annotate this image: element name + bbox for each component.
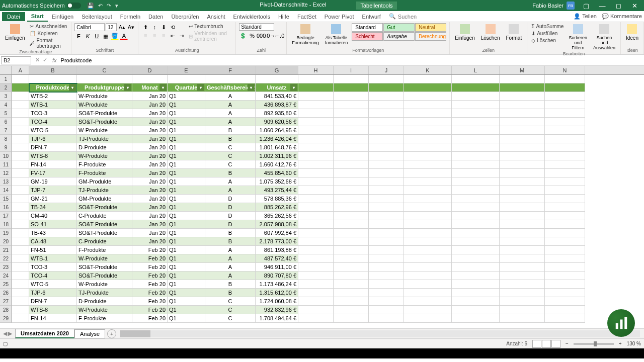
table-cell[interactable]: 493.275,44 € — [256, 186, 298, 195]
row-header[interactable]: 13 — [0, 177, 12, 186]
table-cell[interactable]: 1.236.426,04 € — [256, 135, 298, 143]
table-cell[interactable]: Q1 — [168, 220, 205, 229]
tab-help[interactable]: Hilfe — [274, 12, 293, 21]
autosum-button[interactable]: Σ AutoSumme — [530, 23, 565, 30]
merge-button[interactable]: ⊟ Verbinden und zentrieren — [188, 30, 232, 42]
table-cell[interactable]: D-Produkte — [77, 143, 132, 152]
table-cell[interactable]: A — [205, 186, 256, 195]
table-cell[interactable]: C — [205, 160, 256, 169]
align-top-icon[interactable]: ⬆ — [141, 23, 149, 31]
horizontal-scrollbar[interactable] — [120, 330, 640, 337]
table-cell[interactable]: D-Produkte — [77, 297, 132, 306]
clear-button[interactable]: ◇ Löschen — [530, 37, 565, 44]
row-header[interactable]: 1 — [0, 75, 12, 83]
maximize-icon[interactable]: ◻ — [611, 2, 626, 10]
tab-design[interactable]: Entwurf — [358, 12, 385, 21]
redo-icon[interactable]: ↷ — [107, 3, 111, 9]
col-header[interactable]: G — [256, 66, 298, 74]
table-cell[interactable]: Q1 — [168, 246, 205, 254]
table-cell[interactable]: Feb 20 — [132, 272, 168, 280]
table-cell[interactable]: TCO-3 — [29, 109, 77, 118]
delete-cells-button[interactable]: Löschen — [479, 23, 502, 42]
table-cell[interactable]: Q1 — [168, 272, 205, 280]
tab-start[interactable]: Start — [27, 12, 48, 22]
table-cell[interactable]: D — [205, 195, 256, 203]
col-header[interactable]: H — [298, 66, 334, 74]
table-cell[interactable]: SO&T-Produkte — [77, 272, 132, 280]
filter-dropdown-icon[interactable]: ▾ — [159, 84, 167, 91]
col-header[interactable]: C — [77, 66, 132, 74]
table-cell[interactable]: C — [205, 306, 256, 314]
zoom-level[interactable]: 130 % — [627, 341, 641, 346]
row-header[interactable]: 17 — [0, 212, 12, 220]
table-cell[interactable]: Jan 20 — [132, 135, 168, 143]
table-cell[interactable]: WTB-1 — [29, 254, 77, 263]
table-cell[interactable]: Jan 20 — [132, 92, 168, 101]
filter-dropdown-icon[interactable]: ▾ — [197, 84, 204, 91]
table-cell[interactable]: Q1 — [168, 177, 205, 186]
table-cell[interactable]: Feb 20 — [132, 280, 168, 289]
autosave-toggle[interactable]: Automatisches Speichern — [2, 3, 81, 9]
table-cell[interactable]: Jan 20 — [132, 152, 168, 160]
floating-chart-badge[interactable] — [607, 309, 635, 337]
table-cell[interactable]: W-Produkte — [77, 126, 132, 135]
table-cell[interactable]: DFN-7 — [29, 143, 77, 152]
table-cell[interactable]: Q1 — [168, 314, 205, 323]
table-cell[interactable]: 365.262,56 € — [256, 212, 298, 220]
table-cell[interactable]: W-Produkte — [77, 101, 132, 109]
table-cell[interactable]: Jan 20 — [132, 101, 168, 109]
table-cell[interactable]: A — [205, 177, 256, 186]
table-cell[interactable]: Q1 — [168, 101, 205, 109]
table-cell[interactable]: GM-19 — [29, 177, 77, 186]
table-cell[interactable]: Q1 — [168, 195, 205, 203]
table-cell[interactable]: 890.707,80 € — [256, 272, 298, 280]
table-cell[interactable]: SO&T-Produkte — [77, 263, 132, 272]
table-cell[interactable]: 1.708.494,64 € — [256, 314, 298, 323]
table-cell[interactable]: Jan 20 — [132, 237, 168, 246]
table-cell[interactable]: Q1 — [168, 152, 205, 160]
table-cell[interactable]: C-Produkte — [77, 237, 132, 246]
table-cell[interactable]: 578.885,36 € — [256, 195, 298, 203]
formula-input[interactable] — [59, 56, 644, 64]
row-header[interactable]: 20 — [0, 237, 12, 246]
ribbon-display-icon[interactable]: ▢ — [579, 2, 594, 10]
table-cell[interactable]: Q1 — [168, 306, 205, 314]
fill-color-button[interactable]: 🪣 — [111, 32, 119, 40]
copy-button[interactable]: 📋 Kopieren — [29, 30, 68, 37]
table-cell[interactable]: W-Produkte — [77, 306, 132, 314]
table-cell[interactable]: 892.935,80 € — [256, 109, 298, 118]
row-header[interactable]: 24 — [0, 272, 12, 280]
table-cell[interactable]: Q1 — [168, 126, 205, 135]
row-header[interactable]: 9 — [0, 143, 12, 152]
table-cell[interactable]: SO&T-Produkte — [77, 109, 132, 118]
table-cell[interactable]: 607.992,84 € — [256, 229, 298, 237]
sort-filter-button[interactable]: Sortieren und Filtern — [567, 23, 589, 51]
table-cell[interactable]: W-Produkte — [77, 254, 132, 263]
table-cell[interactable]: GM-21 — [29, 195, 77, 203]
font-size-select[interactable] — [106, 23, 117, 31]
row-header[interactable]: 4 — [0, 101, 12, 109]
sheet-nav-prev-icon[interactable]: ◀ — [3, 330, 7, 337]
table-cell[interactable]: TB-34 — [29, 203, 77, 212]
tab-insert[interactable]: Einfügen — [48, 12, 77, 21]
view-pagelayout-icon[interactable] — [542, 340, 551, 348]
tab-devtools[interactable]: Entwicklertools — [229, 12, 274, 21]
table-cell[interactable]: B — [205, 135, 256, 143]
table-cell[interactable]: Feb 20 — [132, 246, 168, 254]
align-middle-icon[interactable]: ↕ — [150, 23, 158, 31]
table-cell[interactable]: Jan 20 — [132, 143, 168, 152]
bold-button[interactable]: F — [74, 32, 83, 40]
row-header[interactable]: 18 — [0, 220, 12, 229]
qat-customize-icon[interactable]: ▾ — [115, 3, 118, 9]
italic-button[interactable]: K — [84, 32, 92, 40]
style-standard[interactable]: Standard — [352, 23, 383, 32]
tab-view[interactable]: Ansicht — [203, 12, 229, 21]
tab-factset[interactable]: FactSet — [293, 12, 320, 21]
sheet-nav-next-icon[interactable]: ▶ — [8, 330, 12, 337]
row-header[interactable]: 11 — [0, 160, 12, 169]
col-header[interactable]: A — [12, 66, 29, 74]
enter-formula-icon[interactable]: ✓ — [43, 57, 47, 63]
tab-data[interactable]: Daten — [144, 12, 167, 21]
table-cell[interactable]: GM-Produkte — [77, 177, 132, 186]
row-header[interactable]: 3 — [0, 92, 12, 101]
